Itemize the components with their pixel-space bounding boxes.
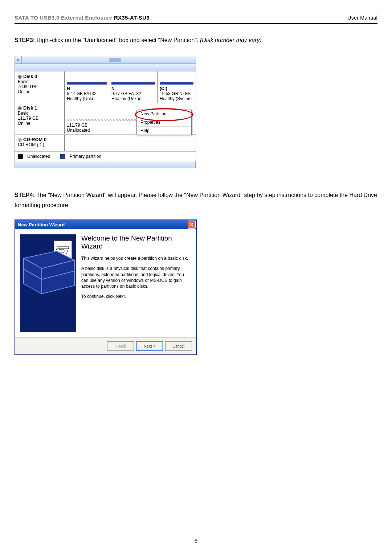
disk1-status: Online (18, 121, 61, 126)
page-header: SATA TO USB3.0 External Enclosure RX35-A… (15, 15, 377, 21)
p1-name: N (67, 86, 107, 91)
cdrom-title: CD-ROM 0 (18, 137, 61, 142)
step3-label: STEP3: (15, 37, 35, 43)
disk0-partition-c[interactable]: (C:) 19.53 GB NTFS Healthy (System (157, 71, 196, 103)
wizard-titlebar[interactable]: New Partition Wizard ✕ (15, 220, 196, 229)
header-right: User Manual (347, 15, 377, 21)
dm-top-strip (15, 64, 196, 71)
header-prefix: SATA TO USB3.0 External Enclosure (15, 15, 114, 21)
pc-size: 19.53 GB NTFS (160, 91, 193, 96)
dm-legend: Unallocated Primary partition (15, 151, 196, 161)
wizard-side-graphic (20, 234, 76, 332)
disk1-info: Disk 1 Basic 111.79 GB Online (15, 103, 64, 134)
disk0-title: Disk 0 (18, 74, 61, 79)
step3-paragraph: STEP3: Right-click on the "Unallocated" … (15, 35, 377, 46)
menu-properties[interactable]: Properties (137, 118, 191, 127)
disk0-partition-1[interactable]: N 6.47 GB FAT32 Healthy (Unkn (64, 71, 109, 103)
dm-statusbar (15, 161, 196, 168)
wizard-title-text: New Partition Wizard (18, 222, 65, 227)
disk0-type: Basic (18, 79, 61, 84)
page-number: 6 (0, 538, 392, 545)
wizard-p3: To continue, click Next. (81, 294, 191, 299)
dm-scrollbar[interactable]: < (15, 56, 196, 64)
wizard-p1: This wizard helps you create a partition… (81, 255, 191, 261)
p2-status: Healthy (Unkno (111, 96, 155, 101)
header-model: RX35-AT-SU3 (114, 15, 150, 21)
context-menu: New Partition… Properties Help (136, 110, 192, 135)
legend-primary: Primary partition (70, 154, 101, 159)
disk0-size: 76.69 GB (18, 84, 61, 89)
cancel-button[interactable]: Cancel (165, 341, 192, 351)
cdrom-info: CD-ROM 0 CD-ROM (D:) (15, 135, 64, 151)
wizard-window: New Partition Wizard ✕ (15, 219, 197, 355)
pc-status: Healthy (System (160, 96, 193, 101)
cdrom-letter: CD-ROM (D:) (18, 142, 61, 147)
next-button[interactable]: Next > (136, 341, 163, 351)
pc-name: (C:) (160, 86, 193, 91)
menu-new-partition[interactable]: New Partition… (137, 110, 191, 118)
legend-swatch-primary (60, 154, 65, 159)
p2-size: 9.77 GB FAT32 (111, 91, 155, 96)
scroll-thumb[interactable] (109, 58, 121, 62)
wizard-p2: A basic disk is a physical disk that con… (81, 266, 191, 289)
back-button: < Back (107, 341, 134, 351)
disk1-title: Disk 1 (18, 105, 61, 111)
legend-unallocated: Unallocated (27, 154, 50, 159)
drive-stack-icon (20, 240, 76, 295)
close-icon[interactable]: ✕ (188, 221, 196, 229)
disk0-status: Online (18, 89, 61, 94)
disk0-partition-2[interactable]: N 9.77 GB FAT32 Healthy (Unkno (109, 71, 157, 103)
step3-text: Right-click on the "Unallocated" box and… (35, 37, 200, 43)
disk1-type: Basic (18, 111, 61, 116)
disk-management-screenshot: < Disk 0 Basic 76.69 GB Online N 6.47 GB… (15, 56, 196, 168)
scroll-left-arrow[interactable]: < (15, 56, 22, 63)
menu-help[interactable]: Help (137, 127, 191, 135)
wizard-heading: Welcome to the New Partition Wizard (81, 234, 191, 250)
p2-name: N (111, 86, 155, 91)
disk1-size: 111.79 GB (18, 116, 61, 121)
p1-status: Healthy (Unkn (67, 96, 107, 101)
cdrom-area (64, 135, 196, 151)
disk0-info: Disk 0 Basic 76.69 GB Online (15, 71, 64, 103)
step4-paragraph: STEP4: The "New Partition Wizard" will a… (15, 190, 377, 211)
p1-size: 6.47 GB FAT32 (67, 91, 107, 96)
step3-italic: (Disk number may vary) (200, 37, 262, 43)
step4-label: STEP4: (15, 192, 35, 198)
header-divider (15, 23, 377, 24)
step4-text: The "New Partition Wizard" will appear. … (15, 192, 377, 209)
legend-swatch-unallocated (18, 154, 23, 159)
